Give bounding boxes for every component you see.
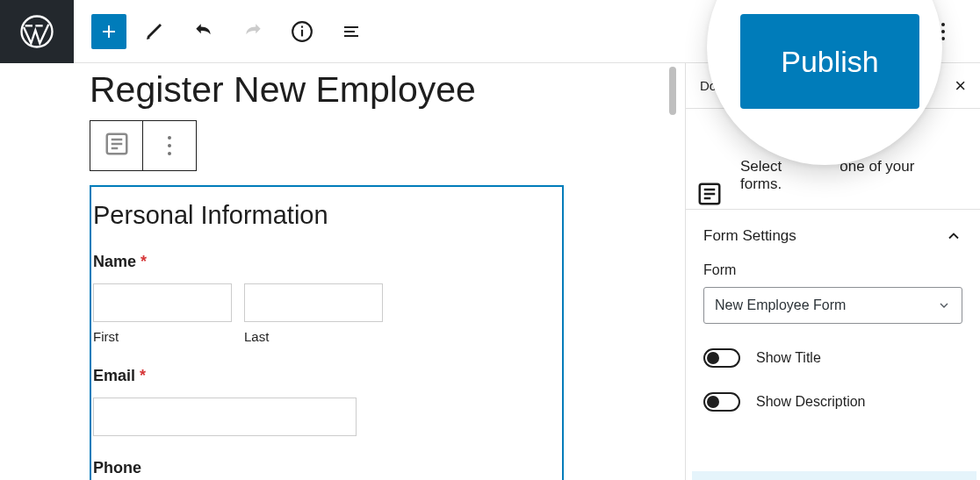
edit-mode-button[interactable]	[133, 11, 176, 53]
more-icon	[941, 23, 945, 40]
redo-button[interactable]	[232, 11, 274, 53]
svg-rect-3	[301, 25, 303, 27]
redo-icon	[241, 20, 264, 43]
last-name-sublabel: Last	[244, 329, 383, 344]
toolbar-left	[91, 11, 372, 53]
form-settings-panel-toggle[interactable]: Form Settings	[686, 210, 980, 262]
show-description-row: Show Description	[703, 392, 962, 412]
first-name-sublabel: First	[93, 329, 232, 344]
block-toolbar	[90, 120, 197, 171]
last-name-input[interactable]	[244, 283, 383, 322]
svg-rect-2	[301, 29, 303, 36]
form-block[interactable]: Personal Information Name * First Last	[90, 185, 564, 480]
show-title-row: Show Title	[703, 348, 962, 368]
email-input[interactable]	[93, 398, 357, 436]
close-sidebar-button[interactable]: ×	[955, 75, 966, 97]
wordpress-logo[interactable]	[0, 0, 74, 63]
plus-icon	[98, 21, 119, 42]
add-block-button[interactable]	[91, 14, 126, 49]
email-field: Email *	[91, 367, 562, 436]
phone-label: Phone	[93, 459, 560, 477]
phone-field: Phone	[91, 459, 562, 477]
form-select[interactable]: New Employee Form	[703, 287, 962, 324]
page-title[interactable]: Register New Employee	[90, 70, 667, 110]
form-icon	[104, 131, 130, 161]
show-description-label: Show Description	[756, 394, 866, 410]
show-description-toggle[interactable]	[703, 392, 740, 412]
info-button[interactable]	[281, 11, 323, 53]
chevron-down-icon	[937, 298, 951, 312]
form-icon	[696, 181, 723, 211]
scrollbar-thumb[interactable]	[669, 67, 676, 115]
more-icon	[168, 136, 171, 155]
form-select-label: Form	[703, 262, 962, 278]
form-section-heading: Personal Information	[91, 201, 562, 230]
first-name-input[interactable]	[93, 283, 232, 322]
panel-title: Form Settings	[703, 227, 796, 245]
undo-icon	[192, 20, 215, 43]
show-title-label: Show Title	[756, 350, 821, 366]
form-settings-panel: Form New Employee Form Show Title Show D…	[686, 262, 980, 429]
email-label: Email *	[93, 367, 560, 385]
editor-canvas: Register New Employee Personal Informati…	[0, 63, 685, 480]
form-select-value: New Employee Form	[715, 297, 846, 313]
name-label: Name *	[93, 253, 560, 271]
chevron-up-icon	[945, 227, 962, 245]
block-type-button[interactable]	[90, 121, 143, 170]
publish-label: Publish	[781, 45, 879, 79]
wordpress-icon	[19, 14, 54, 49]
block-options-button[interactable]	[143, 121, 196, 170]
required-mark: *	[140, 367, 146, 384]
undo-button[interactable]	[183, 11, 225, 53]
list-icon	[341, 21, 362, 42]
sidebar-highlight-strip	[692, 471, 976, 480]
outline-button[interactable]	[330, 11, 372, 53]
publish-button[interactable]: Publish	[740, 14, 919, 109]
info-icon	[291, 20, 313, 43]
pencil-icon	[144, 21, 165, 42]
show-title-toggle[interactable]	[703, 348, 740, 368]
name-field: Name * First Last	[91, 253, 562, 344]
required-mark: *	[141, 253, 147, 270]
